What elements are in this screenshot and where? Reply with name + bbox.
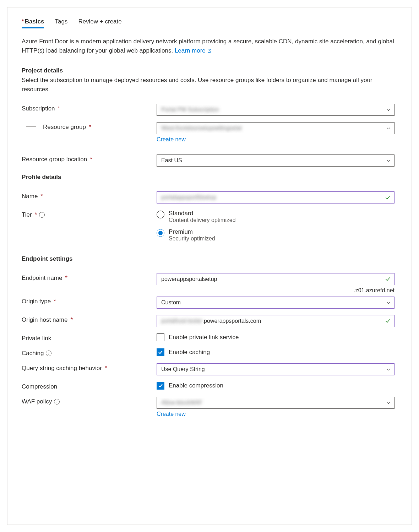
origin-host-label: Origin host name*: [22, 315, 157, 324]
private-link-label: Private link: [22, 333, 157, 342]
caching-label: Caching i: [22, 348, 157, 357]
private-link-checkbox-label: Enable private link service: [169, 334, 239, 341]
waf-policy-label: WAF policy i: [22, 397, 157, 405]
origin-host-prefix: portalhost-tester: [161, 318, 202, 324]
resource-group-value: West-frontdoorsetupsettingsetat: [161, 125, 242, 131]
tier-premium-radio[interactable]: Premium Security optimized: [157, 228, 394, 242]
info-icon[interactable]: i: [46, 351, 51, 356]
tab-bar: *Basics Tags Review + create: [22, 16, 397, 28]
origin-host-value: .powerappsportals.com: [202, 318, 261, 324]
origin-type-label: Origin type*: [22, 297, 157, 305]
profile-name-input[interactable]: portalappsportfdsetup: [157, 191, 394, 203]
endpoint-suffix: .z01.azurefd.net: [157, 287, 394, 294]
query-caching-value: Use Query String: [161, 366, 205, 373]
resource-group-label: Resource group*: [22, 122, 157, 131]
tier-premium-sub: Security optimized: [169, 235, 215, 242]
profile-name-value: portalappsportfdsetup: [161, 194, 216, 201]
waf-policy-value: Allow-blockWAF: [161, 400, 202, 406]
compression-label: Compression: [22, 382, 157, 390]
endpoint-name-input[interactable]: powerappsportalsetup: [157, 273, 394, 285]
profile-details-title: Profile details: [22, 174, 397, 181]
caching-checkbox-label: Enable caching: [169, 349, 210, 356]
origin-type-dropdown[interactable]: Custom: [157, 297, 394, 309]
endpoint-name-label: Endpoint name*: [22, 273, 157, 282]
checkbox-unchecked-icon: [157, 333, 164, 341]
radio-selected-icon: [157, 229, 164, 237]
origin-host-input[interactable]: portalhost-tester.powerappsportals.com: [157, 315, 394, 327]
rg-location-label: Resource group location*: [22, 154, 157, 163]
resource-group-dropdown[interactable]: West-frontdoorsetupsettingsetat: [157, 122, 394, 134]
profile-name-label: Name*: [22, 191, 157, 200]
project-details-title: Project details: [22, 67, 397, 74]
radio-unselected-icon: [157, 211, 164, 218]
learn-more-link[interactable]: Learn more: [175, 47, 212, 54]
tab-tags[interactable]: Tags: [55, 16, 67, 28]
external-link-icon: [207, 47, 212, 56]
query-caching-label: Query string caching behavior*: [22, 363, 157, 372]
rg-location-value: East US: [161, 157, 182, 164]
compression-checkbox-row[interactable]: Enable compression: [157, 382, 394, 390]
tab-review-create[interactable]: Review + create: [78, 16, 121, 28]
tier-standard-sub: Content delivery optimized: [169, 217, 236, 223]
origin-type-value: Custom: [161, 299, 181, 306]
waf-policy-dropdown[interactable]: Allow-blockWAF: [157, 397, 394, 409]
query-caching-dropdown[interactable]: Use Query String: [157, 363, 394, 375]
create-new-rg-link[interactable]: Create new: [157, 136, 186, 143]
checkmark-icon: [385, 276, 391, 282]
checkmark-icon: [385, 194, 391, 201]
subscription-dropdown[interactable]: Portal PM Subscription: [157, 104, 394, 116]
intro-text: Azure Front Door is a modern application…: [22, 37, 397, 56]
tab-basics[interactable]: *Basics: [22, 16, 44, 28]
checkmark-icon: [385, 318, 391, 324]
endpoint-settings-title: Endpoint settings: [22, 255, 397, 262]
rg-location-dropdown[interactable]: East US: [157, 154, 394, 167]
subscription-value: Portal PM Subscription: [161, 107, 219, 113]
checkbox-checked-icon: [157, 348, 164, 356]
checkbox-checked-icon: [157, 382, 164, 390]
subscription-label: Subscription*: [22, 104, 157, 112]
private-link-checkbox-row[interactable]: Enable private link service: [157, 333, 394, 341]
tier-standard-label: Standard: [169, 210, 236, 217]
create-front-door-panel: *Basics Tags Review + create Azure Front…: [7, 7, 412, 525]
endpoint-name-value: powerappsportalsetup: [161, 276, 217, 282]
tier-label: Tier* i: [22, 210, 157, 218]
create-new-waf-link[interactable]: Create new: [157, 411, 186, 417]
tab-basics-label: Basics: [25, 18, 44, 25]
compression-checkbox-label: Enable compression: [169, 382, 223, 389]
project-details-desc: Select the subscription to manage deploy…: [22, 76, 397, 94]
info-icon[interactable]: i: [54, 399, 60, 405]
tier-standard-radio[interactable]: Standard Content delivery optimized: [157, 210, 394, 223]
caching-checkbox-row[interactable]: Enable caching: [157, 348, 394, 356]
tier-premium-label: Premium: [169, 228, 215, 235]
info-icon[interactable]: i: [39, 212, 45, 218]
